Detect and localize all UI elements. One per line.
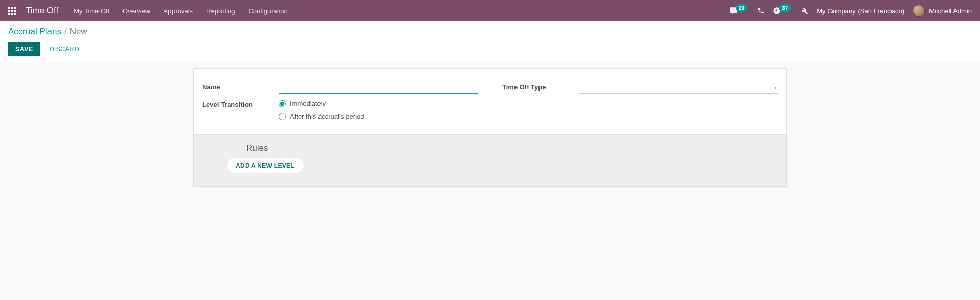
form-sheet: Name Level Transition Immediately bbox=[193, 68, 787, 187]
radio-immediately[interactable]: Immediately bbox=[279, 100, 478, 107]
activities-badge: 37 bbox=[779, 4, 791, 12]
breadcrumb-current: New bbox=[70, 27, 87, 37]
name-input[interactable] bbox=[279, 81, 478, 94]
radio-after-period[interactable]: After this accrual's period bbox=[279, 112, 478, 120]
company-name: My Company (San Francisco) bbox=[817, 7, 904, 15]
radio-immediately-input[interactable] bbox=[279, 100, 286, 107]
nav-my-time-off[interactable]: My Time Off bbox=[71, 6, 111, 16]
debug-button[interactable] bbox=[801, 7, 808, 15]
nav-configuration[interactable]: Configuration bbox=[246, 6, 289, 16]
nav-approvals[interactable]: Approvals bbox=[161, 6, 195, 16]
form-col-left: Name Level Transition Immediately bbox=[202, 81, 478, 125]
level-transition-field: Immediately After this accrual's period bbox=[279, 100, 478, 120]
main-area: Name Level Transition Immediately bbox=[0, 62, 980, 207]
breadcrumb: Accrual Plans / New bbox=[8, 27, 972, 37]
row-level-transition: Level Transition Immediately After this … bbox=[202, 99, 478, 120]
discard-button[interactable]: DISCARD bbox=[45, 42, 83, 56]
form-grid: Name Level Transition Immediately bbox=[202, 81, 778, 125]
control-panel: Accrual Plans / New SAVE DISCARD bbox=[0, 21, 980, 62]
phone-button[interactable] bbox=[757, 7, 765, 14]
messages-button[interactable]: 20 bbox=[729, 7, 749, 15]
rules-section: Rules ADD A NEW LEVEL bbox=[194, 134, 786, 186]
nav-overview[interactable]: Overview bbox=[120, 6, 152, 16]
breadcrumb-parent[interactable]: Accrual Plans bbox=[8, 27, 61, 37]
time-off-type-input[interactable] bbox=[579, 81, 778, 94]
button-row: SAVE DISCARD bbox=[8, 42, 972, 56]
time-off-type-field-wrap: ▾ bbox=[579, 81, 778, 94]
tools-icon bbox=[801, 7, 808, 15]
time-off-type-label: Time Off Type bbox=[502, 81, 579, 91]
breadcrumb-separator: / bbox=[64, 27, 67, 37]
company-switcher[interactable]: My Company (San Francisco) bbox=[817, 7, 904, 15]
save-button[interactable]: SAVE bbox=[8, 42, 40, 56]
activities-button[interactable]: 37 bbox=[773, 7, 793, 15]
rules-inner: Rules ADD A NEW LEVEL bbox=[227, 143, 778, 173]
navbar-right: 20 37 My Company (San Francisco) Mitchel… bbox=[729, 5, 972, 17]
top-navbar: Time Off My Time Off Overview Approvals … bbox=[0, 0, 980, 21]
navbar-left: Time Off My Time Off Overview Approvals … bbox=[8, 6, 290, 16]
apps-icon[interactable] bbox=[8, 7, 16, 15]
radio-after-period-input[interactable] bbox=[279, 113, 286, 120]
app-title[interactable]: Time Off bbox=[26, 6, 58, 16]
radio-after-period-label: After this accrual's period bbox=[290, 112, 364, 120]
row-time-off-type: Time Off Type ▾ bbox=[502, 81, 778, 94]
rules-title: Rules bbox=[246, 143, 778, 153]
add-level-button[interactable]: ADD A NEW LEVEL bbox=[227, 158, 304, 173]
phone-icon bbox=[757, 7, 765, 14]
user-name: Mitchell Admin bbox=[929, 7, 972, 15]
user-menu[interactable]: Mitchell Admin bbox=[913, 5, 972, 17]
nav-reporting[interactable]: Reporting bbox=[204, 6, 237, 16]
radio-immediately-label: Immediately bbox=[290, 100, 326, 107]
level-transition-label: Level Transition bbox=[202, 99, 279, 108]
form-inner: Name Level Transition Immediately bbox=[194, 69, 786, 134]
name-label: Name bbox=[202, 81, 279, 91]
form-col-right: Time Off Type ▾ bbox=[502, 81, 778, 125]
messages-badge: 20 bbox=[736, 4, 747, 12]
row-name: Name bbox=[202, 81, 478, 94]
avatar bbox=[913, 5, 925, 17]
name-field-wrap bbox=[279, 81, 478, 94]
